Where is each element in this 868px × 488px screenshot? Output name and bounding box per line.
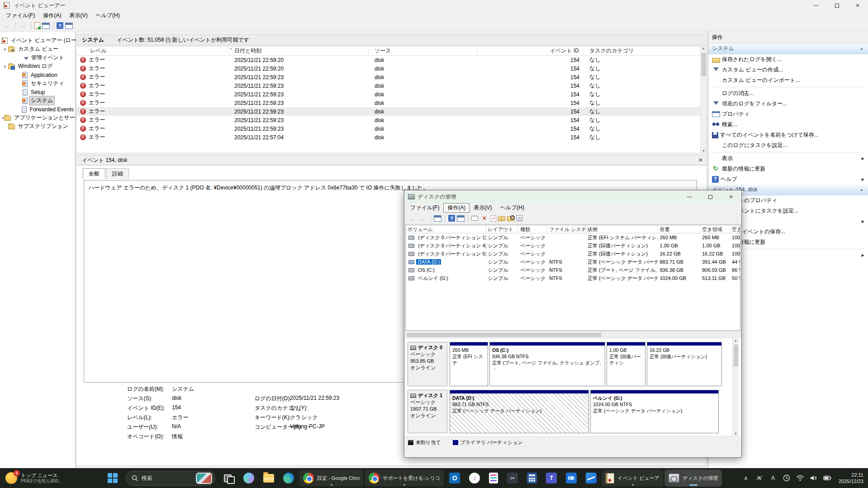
volume-row[interactable]: DATA (D:) シンプル ベーシック NTFS 正常 (ベーシック データ …	[406, 258, 740, 266]
menu-item[interactable]: ヘルプ(H)	[91, 11, 124, 20]
help-icon[interactable]	[57, 22, 63, 29]
extend-volume-icon[interactable]	[516, 215, 522, 221]
back-icon[interactable]	[3, 22, 12, 30]
col-free[interactable]: 空き領域	[700, 225, 730, 233]
disk-management-titlebar[interactable]: ディスクの管理 ✕	[404, 190, 741, 203]
taskbar-button[interactable]	[485, 470, 502, 486]
table-row[interactable]: エラー 2025/11/21 22:59:23 disk 154 なし	[76, 81, 707, 90]
properties-bubble-icon[interactable]	[471, 216, 478, 221]
change-drive-letter-icon[interactable]	[498, 216, 505, 221]
sidebar-item[interactable]: ∨ Windows ログ	[0, 62, 75, 71]
action-item[interactable]: 現在のログをフィルター...	[708, 99, 868, 109]
close-icon[interactable]: ✕	[698, 157, 703, 163]
console-tree-icon[interactable]	[434, 215, 441, 222]
disk-partition[interactable]: ベルンイ (G:) 1024.00 GB NTFS 正常 (ベーシック データ …	[590, 390, 719, 433]
taskbar-button[interactable]	[280, 470, 298, 486]
scrollbar-thumb[interactable]	[734, 345, 738, 366]
start-button[interactable]	[103, 470, 122, 486]
column-header-category[interactable]: タスクのカテゴリ	[584, 47, 707, 55]
collapse-icon[interactable]: ▲	[860, 47, 863, 51]
action-item[interactable]: カスタム ビューの作成...	[708, 65, 868, 75]
action-item[interactable]: 検索...	[708, 119, 868, 130]
taskbar-button[interactable]	[240, 470, 258, 486]
table-row[interactable]: エラー 2025/11/21 22:59:23 disk 154 なし	[76, 107, 707, 116]
taskbar-button[interactable]	[582, 470, 600, 486]
volume-row[interactable]: (ディスク 0 パーティション 4) シンプル ベーシック 正常 (回復パーティ…	[406, 242, 740, 250]
col-layout[interactable]: レイアウト	[486, 225, 519, 233]
taskbar-button[interactable]	[523, 470, 541, 486]
taskbar-button[interactable]	[219, 470, 238, 486]
scrollbar-thumb[interactable]	[407, 333, 601, 337]
action-item[interactable]: カスタム ビューのインポート...	[708, 75, 868, 85]
hidden-icons-chevron[interactable]: ∧	[742, 474, 750, 483]
actions-section-header-system[interactable]: システム ▲	[708, 43, 868, 54]
close-button[interactable]: ✕	[721, 190, 741, 203]
taskbar-button[interactable]: イベント ビューア	[602, 470, 663, 486]
table-row[interactable]: エラー 2025/11/21 22:59:23 disk 154 なし	[76, 90, 707, 99]
battery-icon[interactable]	[823, 474, 831, 483]
taskbar-button[interactable]	[542, 470, 560, 486]
forward-icon[interactable]	[418, 214, 427, 223]
delete-volume-icon[interactable]	[480, 214, 489, 223]
table-row[interactable]: エラー 2025/11/21 22:59:23 disk 154 なし	[76, 73, 707, 81]
toolbar-separator[interactable]	[15, 22, 15, 29]
taskbar-button[interactable]: サポートを受ける-シリコ	[365, 470, 444, 486]
maximize-button[interactable]	[700, 190, 721, 203]
volume-row[interactable]: ベルンイ (G:) シンプル ベーシック NTFS 正常 (ベーシック データ …	[406, 274, 740, 282]
column-header-eventid[interactable]: イベント ID	[478, 47, 584, 55]
column-header-datetime[interactable]: 日付と時刻	[229, 47, 369, 55]
toolbar-separator[interactable]	[31, 22, 31, 29]
disk-partition[interactable]: 260 MB 正常 (EFI システ	[450, 342, 488, 386]
sidebar-item[interactable]: 管理イベント	[0, 53, 75, 62]
action-item[interactable]: 最新の情報に更新	[708, 164, 868, 174]
volume-row[interactable]: (ディスク 0 パーティション 1) シンプル ベーシック 正常 (EFI シス…	[406, 233, 740, 242]
disk-1-info[interactable]: ディスク 1 ベーシック 1907.71 GB オンライン	[408, 390, 447, 433]
toolbar-separator[interactable]	[430, 215, 431, 222]
menu-item[interactable]: ヘルプ(H)	[496, 203, 528, 213]
collapse-icon[interactable]: ▲	[860, 188, 863, 192]
event-viewer-titlebar[interactable]: イベント ビューアー ✕	[0, 0, 868, 11]
mark-partition-icon[interactable]	[491, 215, 496, 222]
table-row[interactable]: エラー 2025/11/21 22:59:20 disk 154 なし	[76, 56, 707, 64]
action-item[interactable]: すべてのイベントを名前をつけて保存...	[708, 130, 868, 140]
volume-row[interactable]: OS (C:) シンプル ベーシック NTFS 正常 (ブート, ページ ファイ…	[406, 266, 740, 274]
horizontal-scrollbar[interactable]	[405, 332, 740, 337]
help-icon[interactable]	[448, 215, 455, 222]
toolbar-separator[interactable]	[468, 215, 468, 222]
sidebar-item[interactable]: Application	[0, 71, 75, 79]
disk-partition[interactable]: DATA (D:) 883.71 GB NTFS 正常 (ベーシック データ パ…	[450, 390, 589, 433]
table-row[interactable]: エラー 2025/11/21 22:59:23 disk 154 なし	[76, 124, 707, 133]
disk-partition[interactable]: 1.00 GB 正常 (回復パーティシ	[607, 342, 645, 386]
pen-disabled-icon[interactable]: ✎	[755, 474, 764, 483]
widgets-button[interactable]: 5 トップ ニュース PFASで住民ら800...	[5, 472, 62, 484]
sidebar-item[interactable]: システム	[0, 96, 75, 105]
maximize-button[interactable]	[826, 0, 847, 11]
chevron-icon[interactable]: ∨	[2, 64, 8, 69]
wifi-icon[interactable]	[796, 474, 804, 483]
volume-row[interactable]: (ディスク 0 パーティション 5) シンプル ベーシック 正常 (回復パーティ…	[406, 250, 740, 258]
column-header-source[interactable]: ソース	[369, 47, 478, 55]
menu-item[interactable]: 表示(V)	[470, 203, 496, 213]
event-list-scrollbar[interactable]: ▲▼	[700, 47, 707, 153]
col-free-pct[interactable]: 空き	[730, 225, 740, 233]
scrollbar-thumb[interactable]	[702, 53, 706, 76]
volume-icon[interactable]	[810, 474, 818, 483]
menu-item-focused[interactable]: 操作(A)	[443, 203, 470, 213]
col-status[interactable]: 状態	[586, 225, 658, 233]
menu-item[interactable]: 操作(A)	[39, 11, 65, 20]
table-row[interactable]: エラー 2025/11/21 22:59:20 disk 154 なし	[76, 64, 707, 73]
tab-general[interactable]: 全般	[83, 168, 105, 179]
sidebar-item[interactable]: セキュリティ	[0, 79, 75, 88]
export-log-icon[interactable]	[34, 22, 40, 29]
col-type[interactable]: 種類	[518, 225, 547, 233]
col-capacity[interactable]: 容量	[658, 225, 700, 233]
col-volume[interactable]: ボリューム	[406, 225, 486, 233]
minimize-button[interactable]	[679, 190, 700, 203]
ime-mode-indicator[interactable]: A	[769, 474, 777, 483]
taskbar-button[interactable]: 設定 - Google Chro	[299, 470, 363, 486]
disk-partition[interactable]: OS (C:) 936.38 GB NTFS 正常 (ブート, ページ ファイル…	[489, 342, 605, 386]
col-filesystem[interactable]: ファイル システム	[547, 225, 586, 233]
action-item[interactable]: このログにタスクを設定...	[708, 140, 868, 151]
taskbar-button[interactable]: ディスクの管理	[665, 470, 721, 486]
sidebar-item[interactable]: > アプリケーションとサービス ログ	[0, 114, 75, 122]
